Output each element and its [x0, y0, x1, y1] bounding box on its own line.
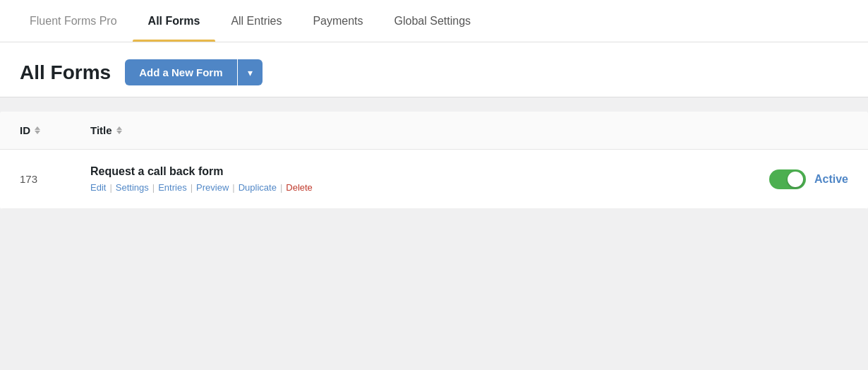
- sort-icon-id: [35, 126, 40, 134]
- cell-title: Request a call back form Edit | Settings…: [90, 165, 735, 193]
- add-form-button[interactable]: Add a New Form: [125, 59, 236, 85]
- sep-5: |: [280, 182, 282, 193]
- top-nav: Fluent Forms Pro All Forms All Entries P…: [0, 0, 868, 42]
- add-form-button-group: Add a New Form ▾: [125, 59, 262, 85]
- form-title: Request a call back form: [90, 165, 735, 178]
- nav-item-all-entries[interactable]: All Entries: [215, 0, 297, 42]
- add-form-dropdown-button[interactable]: ▾: [238, 59, 263, 85]
- action-entries[interactable]: Entries: [158, 182, 186, 193]
- action-edit[interactable]: Edit: [90, 182, 106, 193]
- action-duplicate[interactable]: Duplicate: [239, 182, 277, 193]
- toggle-thumb: [788, 172, 803, 187]
- sep-1: |: [109, 182, 111, 193]
- nav-item-global-settings[interactable]: Global Settings: [379, 0, 487, 42]
- table-row: 173 Request a call back form Edit | Sett…: [0, 150, 868, 209]
- column-header-id[interactable]: ID: [20, 124, 90, 136]
- table-header-row: ID Title: [0, 112, 868, 150]
- action-delete[interactable]: Delete: [286, 182, 313, 193]
- action-settings[interactable]: Settings: [116, 182, 149, 193]
- cell-id: 173: [20, 173, 90, 185]
- sep-3: |: [191, 182, 193, 193]
- action-preview[interactable]: Preview: [196, 182, 229, 193]
- status-toggle[interactable]: [769, 169, 806, 189]
- status-label: Active: [814, 173, 848, 186]
- sep-4: |: [232, 182, 234, 193]
- sep-2: |: [152, 182, 155, 193]
- nav-item-payments[interactable]: Payments: [297, 0, 378, 42]
- column-header-title[interactable]: Title: [90, 124, 848, 136]
- page-title: All Forms: [20, 61, 111, 84]
- form-actions: Edit | Settings | Entries | Preview | Du…: [90, 182, 735, 193]
- main-content: ID Title 173 Request a call back form: [0, 97, 868, 209]
- page-header: All Forms Add a New Form ▾: [0, 42, 868, 97]
- forms-table: ID Title 173 Request a call back form: [0, 112, 868, 209]
- nav-brand[interactable]: Fluent Forms Pro: [14, 0, 133, 42]
- nav-item-all-forms[interactable]: All Forms: [133, 0, 216, 42]
- cell-status: Active: [735, 169, 848, 189]
- sort-icon-title: [116, 126, 122, 134]
